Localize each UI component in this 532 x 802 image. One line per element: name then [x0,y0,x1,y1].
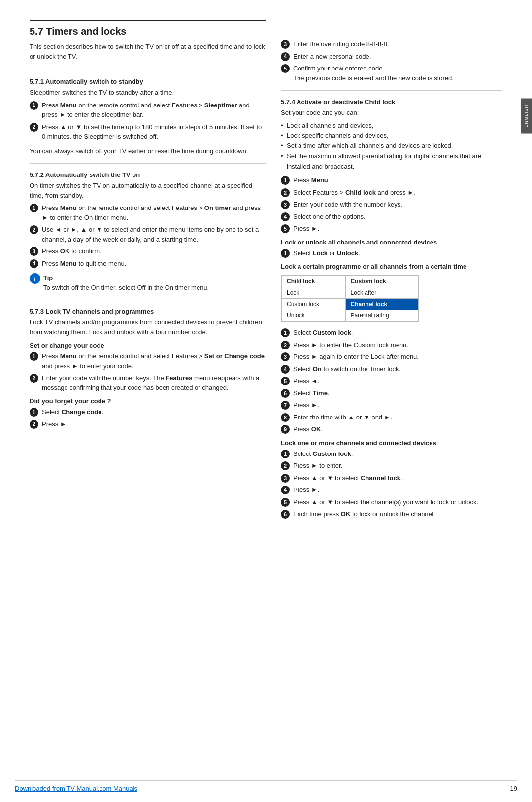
step-item: 5 Press ▲ or ▼ to select the channel(s) … [281,497,502,507]
step-number: 4 [281,212,290,221]
right-column: 3 Enter the overriding code 8-8-8-8. 4 E… [281,20,502,782]
step-text: Press Menu on the remote control and sel… [42,203,266,222]
step-item: 2 Press ►. [30,419,266,429]
step-text: Press ▲ or ▼ to set the time up to 180 m… [42,122,266,141]
step-number: 4 [30,259,38,268]
section-571-intro: Sleeptimer switches the TV to standby af… [30,88,266,98]
step-item: 4 Select On to switch on the Timer lock. [281,364,502,374]
step-item: 3 Enter the overriding code 8-8-8-8. [281,39,502,49]
step-text: Select one of the options. [293,212,502,222]
step-text: Enter the time with ▲ or ▼ and ►. [293,413,502,422]
step-item: 1 Select Custom lock. [281,328,502,338]
section-571-extra: You can always switch off your TV earlie… [30,146,266,156]
step-item: 1 Select Custom lock. [281,449,502,459]
step-text: Enter your code with the number keys. Th… [42,373,266,392]
tip-box: i Tip To switch off the On timer, select… [30,273,266,292]
bullet-item: Lock specific channels and devices, [281,131,502,141]
step-number: 4 [281,52,290,61]
step-item: 1 Press Menu on the remote control and s… [30,351,266,371]
step-text: Use ◄ or ►, ▲ or ▼ to select and enter t… [42,225,266,244]
step-item: 9 Press OK. [281,424,502,434]
step-item: 1 Press Menu on the remote control and s… [30,101,266,120]
step-item: 1 Press Menu. [281,175,502,185]
step-text: Select On to switch on the Timer lock. [293,364,502,374]
table-header-childlock: Child lock [282,276,346,287]
step-text: Press ►. [42,419,266,429]
step-number: 5 [281,498,290,507]
step-text: Select Custom lock. [293,328,502,338]
section-574-title: 5.7.4 Activate or deactivate Child lock [281,98,502,105]
step-text: Press ►. [293,400,502,410]
step-number: 1 [281,176,290,185]
section-572-intro: On timer switches the TV on automaticall… [30,181,266,200]
table-cell-channellock: Channel lock [345,299,418,310]
step-number: 4 [281,365,290,374]
step-text: Confirm your new entered code.The previo… [293,64,502,83]
page-title: 5.7 Timers and locks [30,20,266,37]
step-number: 1 [281,328,290,337]
step-number: 9 [281,425,290,434]
divider-1 [30,70,266,70]
intro-text: This section describes how to switch the… [30,42,266,61]
step-text: Press ▲ or ▼ to select Channel lock. [293,473,502,483]
step-item: 5 Press ◄. [281,376,502,386]
bullet-item: Set a time after which all channels and … [281,141,502,151]
step-number: 1 [30,408,38,417]
forgot-title: Did you forget your code ? [30,397,266,405]
step-item: 2 Press ▲ or ▼ to set the time up to 180… [30,122,266,141]
step-number: 1 [281,249,290,258]
bullet-item: Lock all channels and devices, [281,121,502,131]
forgot-extra-steps: 3 Enter the overriding code 8-8-8-8. 4 E… [281,39,502,83]
step-text: Press ► to enter. [293,461,502,471]
left-column: 5.7 Timers and locks This section descri… [30,20,266,782]
step-number: 1 [30,352,38,361]
step-number: 1 [281,450,290,458]
step-number: 2 [30,123,38,132]
page-number: 19 [510,785,517,792]
lock-all-steps: 1 Select Lock or Unlock. [281,248,502,258]
section-572-title: 5.7.2 Automatically switch the TV on [30,171,266,178]
divider-3 [30,300,266,300]
step-text: Enter the overriding code 8-8-8-8. [293,39,502,49]
step-number: 2 [30,225,38,234]
step-item: 6 Select Time. [281,388,502,398]
forgot-steps: 1 Select Change code. 2 Press ►. [30,407,266,429]
lock-all-title: Lock or unlock all channels and connecte… [281,239,502,246]
lock-channels-title: Lock one or more channels and connected … [281,439,502,447]
step-item: 2 Select Features > Child lock and press… [281,188,502,198]
step-item: 2 Press ► to enter the Custom lock menu. [281,340,502,350]
step-text: Select Features > Child lock and press ►… [293,188,502,198]
step-number: 3 [281,200,290,209]
step-number: 8 [281,413,290,422]
section-571-steps: 1 Press Menu on the remote control and s… [30,101,266,141]
step-number: 7 [281,401,290,410]
step-number: 3 [281,40,290,49]
step-text: Press ► to enter the Custom lock menu. [293,340,502,350]
step-number: 1 [30,204,38,212]
step-number: 2 [281,188,290,197]
step-text: Press ►. [293,485,502,495]
step-number: 4 [281,486,290,494]
section-573-title: 5.7.3 Lock TV channels and programmes [30,308,266,315]
section-572-steps: 1 Press Menu on the remote control and s… [30,203,266,268]
step-number: 2 [281,461,290,470]
set-code-steps: 1 Press Menu on the remote control and s… [30,351,266,392]
step-item: 3 Enter your code with the number keys. [281,200,502,209]
step-item: 2 Press ► to enter. [281,461,502,471]
step-item: 5 Confirm your new entered code.The prev… [281,64,502,83]
table-header-customlock: Custom lock [345,276,418,287]
side-tab: ENGLISH [521,99,532,134]
step-text: Press OK to confirm. [42,246,266,256]
footer-link[interactable]: Downloaded from TV-Manual.com Manuals [15,785,137,792]
step-text: Each time press OK to lock or unlock the… [293,509,502,519]
step-text: Select Time. [293,388,502,398]
footer: Downloaded from TV-Manual.com Manuals 19 [15,780,517,792]
bullet-item: Set the maximum allowed parental rating … [281,151,502,172]
step-number: 6 [281,510,290,519]
step-text: Enter your code with the number keys. [293,200,502,209]
step-text: Press Menu. [293,175,502,185]
step-item: 3 Press ► again to enter the Lock after … [281,352,502,362]
step-text: Press ► again to enter the Lock after me… [293,352,502,362]
step-item: 2 Use ◄ or ►, ▲ or ▼ to select and enter… [30,225,266,244]
divider-4 [281,90,502,91]
